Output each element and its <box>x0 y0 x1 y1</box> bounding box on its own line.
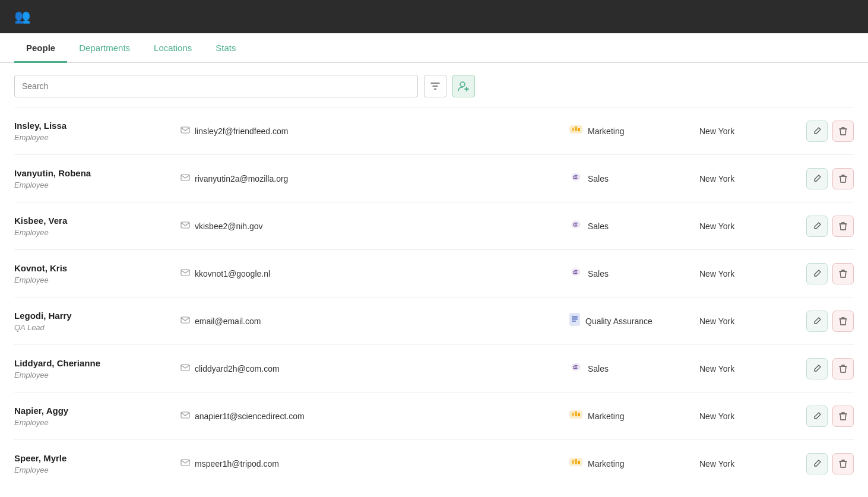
dept-name: Sales <box>588 174 609 183</box>
email-value: vkisbee2@nih.gov <box>195 221 263 231</box>
email-value: cliddyard2h@com.com <box>195 364 280 373</box>
email-value: kkovnot1@google.nl <box>195 269 270 278</box>
person-role: Employee <box>14 418 180 427</box>
tab-people[interactable]: People <box>14 33 67 63</box>
tab-departments[interactable]: Departments <box>67 33 142 63</box>
delete-icon <box>839 126 847 136</box>
dept-icon <box>569 266 583 281</box>
delete-icon <box>839 174 847 183</box>
search-input[interactable] <box>14 75 418 97</box>
person-location: New York <box>699 411 806 421</box>
edit-icon <box>813 174 822 183</box>
svg-point-0 <box>460 82 465 87</box>
edit-button[interactable] <box>806 453 828 474</box>
table-row: Napier, Aggy Employee anapier1t@scienced… <box>14 392 854 439</box>
edit-button[interactable] <box>806 216 828 237</box>
person-dept-cell: Sales <box>569 361 699 376</box>
dept-name: Sales <box>588 221 609 231</box>
dept-sales-icon <box>569 219 583 230</box>
tab-stats[interactable]: Stats <box>204 33 248 63</box>
dept-marketing-icon <box>569 409 583 420</box>
person-dept-cell: Marketing <box>569 409 699 423</box>
tab-locations[interactable]: Locations <box>142 33 204 63</box>
edit-button[interactable] <box>806 263 828 284</box>
delete-button[interactable] <box>832 216 854 237</box>
table-row: Speer, Myrle Employee mspeer1h@tripod.co… <box>14 439 854 487</box>
dept-icon <box>569 219 583 233</box>
svg-point-7 <box>575 176 577 178</box>
dept-name: Quality Assurance <box>585 316 652 326</box>
delete-icon <box>839 316 847 326</box>
delete-button[interactable] <box>832 453 854 474</box>
person-actions <box>806 263 854 284</box>
delete-button[interactable] <box>832 311 854 332</box>
dept-marketing-icon <box>569 124 583 135</box>
delete-button[interactable] <box>832 263 854 284</box>
filter-button[interactable] <box>424 75 446 97</box>
add-person-button[interactable] <box>452 75 475 97</box>
dept-icon <box>569 313 581 329</box>
person-email-cell: cliddyard2h@com.com <box>180 363 569 375</box>
person-name: Ivanyutin, Robena <box>14 168 180 178</box>
svg-rect-14 <box>572 316 578 318</box>
dept-name: Sales <box>588 364 609 373</box>
people-table: Insley, Lissa Employee linsley2f@friendf… <box>0 107 868 487</box>
edit-button[interactable] <box>806 311 828 332</box>
email-icon <box>180 125 190 137</box>
table-row: Kisbee, Vera Employee vkisbee2@nih.gov S… <box>14 202 854 249</box>
person-email-cell: mspeer1h@tripod.com <box>180 458 569 470</box>
email-value: anapier1t@sciencedirect.com <box>195 411 305 421</box>
email-value: mspeer1h@tripod.com <box>195 459 279 468</box>
person-actions <box>806 406 854 427</box>
toolbar <box>0 63 868 107</box>
person-name: Kovnot, Kris <box>14 263 180 273</box>
svg-point-9 <box>575 223 577 226</box>
svg-rect-19 <box>181 412 189 418</box>
email-icon <box>180 458 190 470</box>
delete-icon <box>839 221 847 231</box>
dept-icon <box>569 456 583 471</box>
svg-rect-4 <box>575 126 577 131</box>
dept-name: Marketing <box>588 126 624 136</box>
person-name: Napier, Aggy <box>14 406 180 416</box>
person-dept-cell: Sales <box>569 266 699 281</box>
edit-button[interactable] <box>806 406 828 427</box>
svg-point-11 <box>575 271 577 273</box>
dept-sales-icon <box>569 171 583 183</box>
svg-rect-22 <box>575 411 577 416</box>
edit-button[interactable] <box>806 168 828 189</box>
person-actions <box>806 216 854 237</box>
person-name: Insley, Lissa <box>14 121 180 131</box>
edit-button[interactable] <box>806 121 828 142</box>
person-info: Insley, Lissa Employee <box>14 121 180 142</box>
person-role: Employee <box>14 466 180 474</box>
app-header: 👥 <box>0 0 868 33</box>
person-dept-cell: Sales <box>569 219 699 233</box>
person-dept-cell: Sales <box>569 171 699 186</box>
person-email-cell: linsley2f@friendfeed.com <box>180 125 569 137</box>
edit-icon <box>813 459 822 468</box>
app-icon: 👥 <box>14 9 30 24</box>
svg-rect-10 <box>181 270 189 276</box>
person-info: Legodi, Harry QA Lead <box>14 311 180 332</box>
delete-icon <box>839 459 847 468</box>
email-value: linsley2f@friendfeed.com <box>195 126 288 136</box>
delete-button[interactable] <box>832 406 854 427</box>
person-location: New York <box>699 174 806 183</box>
edit-button[interactable] <box>806 358 828 379</box>
add-person-icon <box>458 80 470 92</box>
person-email-cell: rivanyutin2a@mozilla.org <box>180 173 569 185</box>
edit-icon <box>813 269 822 278</box>
delete-button[interactable] <box>832 358 854 379</box>
dept-icon <box>569 171 583 186</box>
edit-icon <box>813 221 822 230</box>
delete-button[interactable] <box>832 121 854 142</box>
table-row: Liddyard, Cherianne Employee cliddyard2h… <box>14 344 854 392</box>
svg-rect-28 <box>578 461 580 464</box>
person-location: New York <box>699 221 806 231</box>
person-actions <box>806 168 854 189</box>
email-icon <box>180 220 190 232</box>
delete-button[interactable] <box>832 168 854 189</box>
table-row: Kovnot, Kris Employee kkovnot1@google.nl… <box>14 249 854 297</box>
dept-icon <box>569 124 583 138</box>
